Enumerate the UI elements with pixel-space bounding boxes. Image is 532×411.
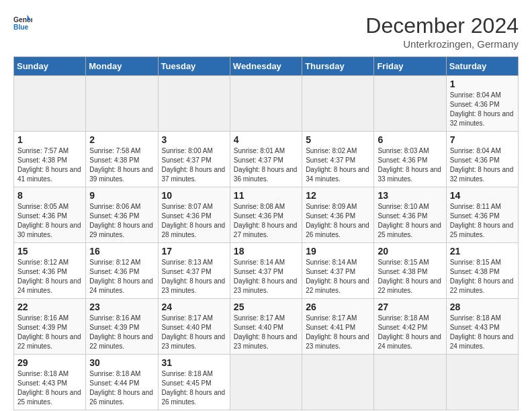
calendar-cell [446,355,518,410]
calendar-cell [302,76,374,132]
week-row-6: 29 Sunrise: 8:18 AMSunset: 4:43 PMDaylig… [14,355,519,410]
cell-info: Sunrise: 8:18 AMSunset: 4:43 PMDaylight:… [17,370,81,406]
calendar-cell: 4 Sunrise: 8:01 AMSunset: 4:37 PMDayligh… [230,132,302,187]
cell-info: Sunrise: 8:17 AMSunset: 4:40 PMDaylight:… [162,314,226,350]
week-row-3: 8 Sunrise: 8:05 AMSunset: 4:36 PMDayligh… [14,187,519,243]
cell-info: Sunrise: 8:18 AMSunset: 4:45 PMDaylight:… [162,370,226,406]
calendar-cell [230,76,302,132]
calendar-cell: 20 Sunrise: 8:15 AMSunset: 4:38 PMDaylig… [374,243,446,299]
cell-info: Sunrise: 8:12 AMSunset: 4:36 PMDaylight:… [17,259,81,294]
day-number: 13 [378,190,442,201]
month-title: December 2024 [365,13,519,38]
calendar-cell: 7 Sunrise: 8:04 AMSunset: 4:36 PMDayligh… [446,132,518,187]
day-number: 18 [234,246,298,257]
day-number: 10 [162,190,226,201]
cell-info: Sunrise: 8:04 AMSunset: 4:36 PMDaylight:… [450,147,514,183]
calendar-cell: 28 Sunrise: 8:18 AMSunset: 4:43 PMDaylig… [446,299,518,355]
calendar-body: 1 Sunrise: 8:04 AMSunset: 4:36 PMDayligh… [14,76,519,410]
calendar-cell: 25 Sunrise: 8:17 AMSunset: 4:40 PMDaylig… [230,299,302,355]
calendar-cell [14,76,86,132]
calendar-cell: 10 Sunrise: 8:07 AMSunset: 4:36 PMDaylig… [158,187,230,243]
cell-info: Sunrise: 8:14 AMSunset: 4:37 PMDaylight:… [234,259,298,294]
day-number: 28 [450,302,515,312]
day-number: 11 [234,190,298,201]
cell-info: Sunrise: 8:02 AMSunset: 4:37 PMDaylight:… [306,147,369,183]
cell-info: Sunrise: 8:03 AMSunset: 4:36 PMDaylight:… [378,147,441,183]
calendar-cell: 2 Sunrise: 7:58 AMSunset: 4:38 PMDayligh… [86,132,158,187]
column-header-friday: Friday [374,57,446,76]
day-number: 4 [234,134,298,145]
day-number: 21 [450,246,515,257]
location-title: Unterkrozingen, Germany [365,38,519,50]
cell-info: Sunrise: 8:16 AMSunset: 4:39 PMDaylight:… [17,314,81,350]
calendar-cell: 19 Sunrise: 8:14 AMSunset: 4:37 PMDaylig… [302,243,374,299]
cell-info: Sunrise: 8:07 AMSunset: 4:36 PMDaylight:… [162,203,226,238]
svg-text:Blue: Blue [13,24,29,31]
calendar-table: SundayMondayTuesdayWednesdayThursdayFrid… [13,56,519,410]
cell-info: Sunrise: 8:11 AMSunset: 4:36 PMDaylight:… [450,203,514,238]
cell-info: Sunrise: 8:12 AMSunset: 4:36 PMDaylight:… [89,259,153,294]
calendar-cell: 11 Sunrise: 8:08 AMSunset: 4:36 PMDaylig… [230,187,302,243]
day-number: 15 [17,246,82,257]
column-header-monday: Monday [86,57,158,76]
day-number: 8 [17,190,82,201]
cell-info: Sunrise: 8:08 AMSunset: 4:36 PMDaylight:… [234,203,298,238]
column-header-wednesday: Wednesday [230,57,302,76]
cell-info: Sunrise: 8:15 AMSunset: 4:38 PMDaylight:… [378,259,441,294]
day-number: 12 [306,190,370,201]
day-number: 16 [89,246,154,257]
day-number: 23 [89,302,154,312]
day-number: 7 [450,134,515,145]
calendar-cell: 16 Sunrise: 8:12 AMSunset: 4:36 PMDaylig… [86,243,158,299]
calendar-cell: 23 Sunrise: 8:16 AMSunset: 4:39 PMDaylig… [86,299,158,355]
calendar-cell: 17 Sunrise: 8:13 AMSunset: 4:37 PMDaylig… [158,243,230,299]
day-number: 31 [162,357,226,368]
column-header-thursday: Thursday [302,57,374,76]
calendar-cell: 29 Sunrise: 8:18 AMSunset: 4:43 PMDaylig… [14,355,86,410]
cell-info: Sunrise: 8:18 AMSunset: 4:44 PMDaylight:… [89,370,153,406]
day-number: 22 [17,302,82,312]
calendar-cell [230,355,302,410]
cell-info: Sunrise: 8:15 AMSunset: 4:38 PMDaylight:… [450,259,514,294]
cell-info: Sunrise: 8:18 AMSunset: 4:42 PMDaylight:… [378,314,441,350]
day-number: 29 [17,357,82,368]
column-header-sunday: Sunday [14,57,86,76]
week-row-1: 1 Sunrise: 8:04 AMSunset: 4:36 PMDayligh… [14,76,519,132]
calendar-cell: 21 Sunrise: 8:15 AMSunset: 4:38 PMDaylig… [446,243,518,299]
calendar-cell [158,76,230,132]
cell-info: Sunrise: 8:10 AMSunset: 4:36 PMDaylight:… [378,203,441,238]
cell-info: Sunrise: 8:17 AMSunset: 4:41 PMDaylight:… [306,314,369,350]
calendar-cell [374,76,446,132]
cell-info: Sunrise: 8:16 AMSunset: 4:39 PMDaylight:… [89,314,153,350]
cell-info: Sunrise: 8:01 AMSunset: 4:37 PMDaylight:… [234,147,298,183]
day-number: 1 [450,79,515,89]
day-number: 14 [450,190,515,201]
calendar-cell: 31 Sunrise: 8:18 AMSunset: 4:45 PMDaylig… [158,355,230,410]
calendar-cell [86,76,158,132]
logo-icon: General Blue [13,13,32,32]
cell-info: Sunrise: 8:18 AMSunset: 4:43 PMDaylight:… [450,314,514,350]
calendar-cell: 9 Sunrise: 8:06 AMSunset: 4:36 PMDayligh… [86,187,158,243]
cell-info: Sunrise: 8:09 AMSunset: 4:36 PMDaylight:… [306,203,369,238]
calendar-header-row: SundayMondayTuesdayWednesdayThursdayFrid… [14,57,519,76]
week-row-4: 15 Sunrise: 8:12 AMSunset: 4:36 PMDaylig… [14,243,519,299]
day-number: 1 [17,134,82,145]
cell-info: Sunrise: 7:58 AMSunset: 4:38 PMDaylight:… [89,147,153,183]
calendar-cell: 24 Sunrise: 8:17 AMSunset: 4:40 PMDaylig… [158,299,230,355]
day-number: 25 [234,302,298,312]
cell-info: Sunrise: 7:57 AMSunset: 4:38 PMDaylight:… [17,147,81,183]
cell-info: Sunrise: 8:17 AMSunset: 4:40 PMDaylight:… [234,314,298,350]
calendar-cell: 27 Sunrise: 8:18 AMSunset: 4:42 PMDaylig… [374,299,446,355]
day-number: 6 [378,134,442,145]
day-number: 19 [306,246,370,257]
day-number: 5 [306,134,370,145]
calendar-cell: 22 Sunrise: 8:16 AMSunset: 4:39 PMDaylig… [14,299,86,355]
day-number: 30 [89,357,154,368]
calendar-cell: 8 Sunrise: 8:05 AMSunset: 4:36 PMDayligh… [14,187,86,243]
day-number: 3 [162,134,226,145]
week-row-5: 22 Sunrise: 8:16 AMSunset: 4:39 PMDaylig… [14,299,519,355]
calendar-cell [302,355,374,410]
calendar-cell: 14 Sunrise: 8:11 AMSunset: 4:36 PMDaylig… [446,187,518,243]
cell-info: Sunrise: 8:05 AMSunset: 4:36 PMDaylight:… [17,203,81,238]
day-number: 26 [306,302,370,312]
